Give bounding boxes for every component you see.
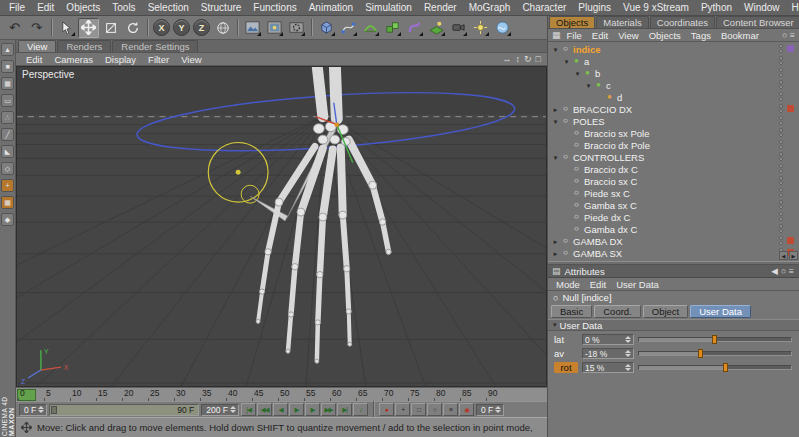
menubar-item[interactable]: MoGraph (463, 1, 517, 14)
menubar-item[interactable]: Character (516, 1, 572, 14)
tag-badge[interactable] (787, 237, 794, 244)
object-icon[interactable]: ○ (571, 129, 582, 137)
tree-row[interactable]: ▾ ○ CONTROLLERS (548, 151, 799, 163)
tree-row[interactable]: ○ Piede sx C (548, 187, 799, 199)
add-environment-button[interactable] (426, 18, 447, 38)
object-icon[interactable]: ○ (560, 237, 571, 245)
object-label[interactable]: indice (571, 44, 602, 55)
value-spinner[interactable] (625, 364, 631, 371)
goto-end-button[interactable]: ▶| (337, 403, 352, 416)
play-sound-button[interactable]: ♪ (353, 403, 368, 416)
object-label[interactable]: GAMBA SX (571, 248, 624, 259)
prev-frame-button[interactable]: ◀ (273, 403, 288, 416)
record-position-toggle[interactable]: + (395, 403, 410, 416)
autokey-button[interactable]: ◉ (459, 403, 474, 416)
tree-row[interactable]: ○ Gamba dx C (548, 223, 799, 235)
lock-z-axis-button[interactable]: Z (193, 19, 210, 36)
next-key-button[interactable]: ▶▶ (321, 403, 336, 416)
tag-badge[interactable] (787, 153, 794, 160)
tag-badge[interactable] (787, 117, 794, 124)
object-label[interactable]: a (582, 56, 591, 67)
visibility-dots[interactable] (779, 164, 783, 173)
project-end-field[interactable]: 200 F (201, 404, 239, 416)
object-icon[interactable]: ○ (571, 177, 582, 185)
param-value-field[interactable]: -18 % (582, 348, 634, 359)
visibility-dots[interactable] (779, 92, 783, 101)
move-tool-button[interactable] (78, 18, 99, 38)
object-icon[interactable]: ● (582, 69, 593, 77)
add-sky-button[interactable] (492, 18, 513, 38)
toggle-view-icon[interactable]: □ (536, 55, 541, 64)
attributes-menu-item[interactable]: User Data (611, 279, 664, 290)
points-mode-icon[interactable]: ∴ (1, 111, 14, 124)
tree-row[interactable]: ▸ ○ GAMBA DX (548, 235, 799, 247)
expand-toggle-icon[interactable]: ▸ (551, 238, 560, 245)
visibility-dots[interactable] (779, 56, 783, 65)
user-data-section-header[interactable]: ▾ User Data (548, 319, 799, 331)
current-frame-field[interactable]: 0 F (19, 404, 47, 416)
tree-row[interactable]: ● d (548, 91, 799, 103)
object-icon[interactable]: ● (604, 93, 615, 101)
object-label[interactable]: b (593, 68, 602, 79)
object-icon[interactable]: ○ (560, 105, 571, 113)
tag-badge[interactable] (787, 189, 794, 196)
object-label[interactable]: GAMBA DX (571, 236, 625, 247)
menubar-item[interactable]: Help (786, 1, 799, 14)
menubar-item[interactable]: Objects (60, 1, 106, 14)
frame-spinner[interactable] (230, 406, 236, 413)
render-picture-viewer-button[interactable] (264, 18, 285, 38)
object-label[interactable]: POLES (571, 116, 607, 127)
redo-button[interactable]: ↷ (26, 18, 47, 38)
object-label[interactable]: Braccio sx Pole (582, 128, 651, 139)
menubar-item[interactable]: Tools (106, 1, 141, 14)
object-icon[interactable]: ○ (560, 117, 571, 125)
menubar-item[interactable]: Vue 9 xStream (617, 1, 695, 14)
menubar-item[interactable]: Plugins (572, 1, 617, 14)
object-manager-menu-item[interactable]: Edit (587, 30, 613, 41)
manager-tab[interactable]: Coordinates (650, 16, 715, 28)
object-label[interactable]: d (615, 92, 624, 103)
object-icon[interactable]: ○ (560, 45, 571, 53)
manager-tab[interactable]: Objects (549, 16, 595, 28)
slider-handle[interactable] (723, 363, 728, 372)
object-manager-menu-item[interactable]: Bookmar (716, 30, 764, 41)
add-spline-button[interactable] (338, 18, 359, 38)
tag-badge[interactable] (787, 105, 794, 112)
tag-badge[interactable] (787, 69, 794, 76)
value-spinner[interactable] (625, 350, 631, 357)
tag-badge[interactable] (787, 177, 794, 184)
attribute-tab[interactable]: User Data (690, 305, 751, 318)
tag-badge[interactable] (787, 57, 794, 64)
tree-row[interactable]: ▾ ○ indice (548, 43, 799, 55)
visibility-dots[interactable] (779, 152, 783, 161)
texture-axis-icon[interactable]: ▦ (1, 196, 14, 209)
texture-mode-icon[interactable]: ▦ (1, 77, 14, 90)
visibility-dots[interactable] (779, 44, 783, 53)
object-label[interactable]: c (604, 80, 613, 91)
scroll-left-icon[interactable]: ◀ (779, 251, 788, 260)
object-icon[interactable]: ● (593, 81, 604, 89)
param-label[interactable]: av (554, 348, 578, 359)
timeline-ruler[interactable]: 051015202530354045505560657075808590 (16, 387, 547, 401)
tree-row[interactable]: ○ Braccio dx Pole (548, 139, 799, 151)
tree-row[interactable]: ○ Braccio sx C (548, 175, 799, 187)
expand-toggle-icon[interactable]: ▾ (573, 70, 582, 77)
workplane-mode-icon[interactable]: ▭ (1, 94, 14, 107)
tag-badge[interactable] (787, 81, 794, 88)
attribute-tab[interactable]: Coord. (594, 305, 641, 318)
viewport-tab[interactable]: View (18, 40, 56, 52)
menubar-item[interactable]: Edit (31, 1, 60, 14)
tag-badge[interactable] (787, 129, 794, 136)
object-label[interactable]: Piede sx C (582, 188, 632, 199)
visibility-dots[interactable] (779, 128, 783, 137)
scroll-right-icon[interactable]: ▶ (789, 251, 798, 260)
snap-icon[interactable]: ◆ (1, 213, 14, 226)
visibility-dots[interactable] (779, 68, 783, 77)
attributes-menu-item[interactable]: Mode (551, 279, 585, 290)
object-icon[interactable]: ● (571, 57, 582, 65)
tree-row[interactable]: ▾ ● c (548, 79, 799, 91)
render-view-button[interactable] (242, 18, 263, 38)
record-scale-toggle[interactable]: □ (411, 403, 426, 416)
object-icon[interactable]: ○ (571, 213, 582, 221)
edges-mode-icon[interactable]: ╱ (1, 128, 14, 141)
